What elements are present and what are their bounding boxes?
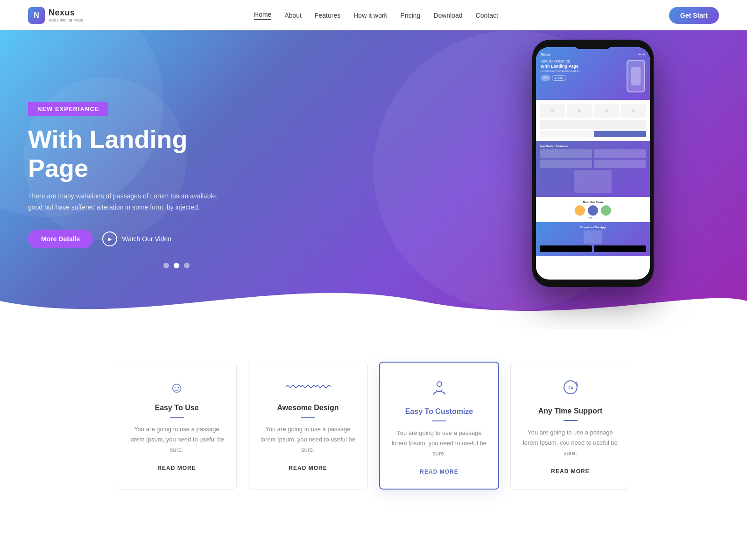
features-grid: ☺ Easy To Use You are going to use a pas… — [117, 362, 630, 490]
feature-desc-2: You are going to use a passage lorem Ips… — [391, 428, 487, 459]
logo-name: Nexus — [49, 8, 83, 18]
slider-dots — [163, 263, 190, 268]
nav-download[interactable]: Download — [433, 12, 462, 19]
phone-frame: Nexus NEW EXPERIENCE With Landing Page L… — [532, 40, 654, 287]
feature-card-support: 24 Any Time Support You are going to use… — [510, 362, 630, 490]
nav-features[interactable]: Features — [315, 12, 340, 19]
hero-content: NEW EXPERIANCE With Landing Page There a… — [0, 64, 280, 295]
feature-card-easy-to-use: ☺ Easy To Use You are going to use a pas… — [117, 362, 237, 490]
nav-about[interactable]: About — [284, 12, 302, 19]
nav-home[interactable]: Home — [254, 11, 271, 20]
feature-desc-1: You are going to use a passage lorem Ips… — [260, 424, 356, 455]
feature-divider-0 — [170, 417, 184, 418]
hero-buttons: More Details ▶ Watch Our Video — [28, 230, 252, 248]
hero-section: NEW EXPERIANCE With Landing Page There a… — [0, 30, 747, 329]
feature-readmore-2[interactable]: READ MORE — [420, 469, 458, 475]
feature-title-1: Awesome Design — [260, 404, 356, 412]
feature-title-3: Any Time Support — [522, 407, 619, 415]
feature-desc-3: You are going to use a passage lorem Ips… — [522, 427, 619, 458]
hero-description: There are many variations of passages of… — [28, 191, 229, 213]
video-label: Watch Our Video — [122, 235, 171, 243]
svg-point-0 — [437, 382, 442, 386]
feature-readmore-1[interactable]: READ MORE — [289, 465, 327, 471]
clock24-icon: 24 — [522, 379, 619, 399]
feature-title-0: Easy To Use — [128, 404, 225, 412]
phone-screen: Nexus NEW EXPERIENCE With Landing Page L… — [536, 47, 650, 280]
feature-divider-2 — [432, 420, 446, 421]
phone-hero-area: Nexus NEW EXPERIENCE With Landing Page L… — [536, 47, 650, 100]
hand-icon — [391, 379, 487, 400]
feature-card-awesome-design: 〰〰〰 Awesome Design You are going to use … — [248, 362, 368, 490]
smiley-icon: ☺ — [128, 379, 225, 396]
phone-mockup: Nexus NEW EXPERIENCE With Landing Page L… — [532, 40, 663, 287]
play-icon: ▶ — [102, 231, 117, 246]
phone-nav-mini: Nexus — [541, 53, 645, 56]
phone-notch — [574, 40, 612, 49]
svg-text:24: 24 — [568, 385, 572, 390]
logo[interactable]: N Nexus App Landing Page — [28, 7, 83, 24]
dot-1[interactable] — [163, 263, 169, 268]
hero-badge: NEW EXPERIANCE — [28, 102, 108, 116]
feature-readmore-3[interactable]: READ MORE — [551, 468, 589, 475]
dot-3[interactable] — [184, 263, 190, 268]
waves-icon: 〰〰〰 — [260, 379, 356, 396]
feature-desc-0: You are going to use a passage lorem Ips… — [128, 424, 225, 455]
navbar: N Nexus App Landing Page Home About Feat… — [0, 0, 747, 30]
logo-icon: N — [28, 7, 45, 24]
nav-links: Home About Features How it work Pricing … — [254, 11, 498, 20]
logo-sub: App Landing Page — [49, 18, 83, 22]
dot-2[interactable] — [174, 263, 179, 268]
features-section: ☺ Easy To Use You are going to use a pas… — [0, 329, 747, 518]
feature-title-2: Easy To Customize — [391, 407, 487, 416]
nav-pricing[interactable]: Pricing — [401, 12, 421, 19]
nav-contact[interactable]: Contact — [476, 12, 498, 19]
hero-title: With Landing Page — [28, 125, 252, 182]
logo-text: Nexus App Landing Page — [49, 8, 83, 22]
feature-card-customize: Easy To Customize You are going to use a… — [379, 362, 499, 490]
more-details-button[interactable]: More Details — [28, 230, 93, 248]
feature-divider-1 — [301, 417, 315, 418]
watch-video-button[interactable]: ▶ Watch Our Video — [102, 231, 171, 246]
nav-how-it-work[interactable]: How it work — [353, 12, 387, 19]
get-start-button[interactable]: Get Start — [669, 7, 719, 24]
feature-readmore-0[interactable]: READ MORE — [157, 465, 196, 471]
feature-divider-3 — [564, 420, 578, 421]
